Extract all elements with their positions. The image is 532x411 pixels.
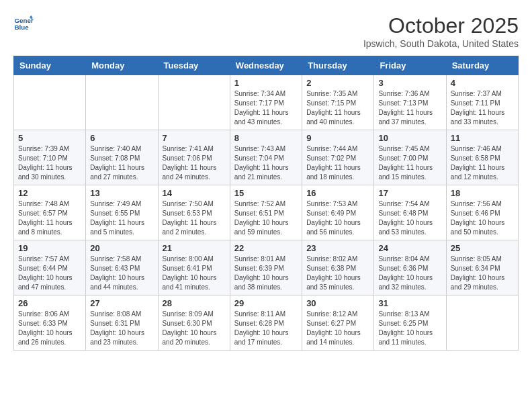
calendar-cell: 31Sunrise: 8:13 AM Sunset: 6:25 PM Dayli… bbox=[374, 295, 446, 351]
day-number: 20 bbox=[90, 243, 153, 253]
calendar-cell: 25Sunrise: 8:05 AM Sunset: 6:34 PM Dayli… bbox=[446, 240, 518, 295]
week-row-0: 1Sunrise: 7:34 AM Sunset: 7:17 PM Daylig… bbox=[14, 75, 519, 130]
logo-icon: General Blue bbox=[13, 13, 34, 34]
calendar-cell: 15Sunrise: 7:52 AM Sunset: 6:51 PM Dayli… bbox=[230, 185, 302, 240]
weekday-header-wednesday: Wednesday bbox=[230, 56, 302, 75]
day-number: 27 bbox=[90, 298, 153, 308]
day-number: 2 bbox=[306, 78, 369, 88]
day-info: Sunrise: 8:12 AM Sunset: 6:27 PM Dayligh… bbox=[306, 310, 369, 347]
calendar-cell: 11Sunrise: 7:46 AM Sunset: 6:58 PM Dayli… bbox=[446, 130, 518, 185]
week-row-2: 12Sunrise: 7:48 AM Sunset: 6:57 PM Dayli… bbox=[14, 185, 519, 240]
calendar-cell: 21Sunrise: 8:00 AM Sunset: 6:41 PM Dayli… bbox=[158, 240, 230, 295]
day-info: Sunrise: 7:35 AM Sunset: 7:15 PM Dayligh… bbox=[306, 89, 369, 127]
calendar-cell: 13Sunrise: 7:49 AM Sunset: 6:55 PM Dayli… bbox=[86, 185, 158, 240]
day-number: 6 bbox=[90, 133, 153, 143]
svg-text:Blue: Blue bbox=[15, 24, 30, 31]
day-info: Sunrise: 8:11 AM Sunset: 6:28 PM Dayligh… bbox=[234, 310, 298, 347]
week-row-3: 19Sunrise: 7:57 AM Sunset: 6:44 PM Dayli… bbox=[14, 240, 519, 295]
weekday-header-row: SundayMondayTuesdayWednesdayThursdayFrid… bbox=[14, 56, 519, 75]
calendar-cell: 26Sunrise: 8:06 AM Sunset: 6:33 PM Dayli… bbox=[14, 295, 86, 351]
week-row-4: 26Sunrise: 8:06 AM Sunset: 6:33 PM Dayli… bbox=[14, 295, 519, 351]
day-number: 10 bbox=[378, 133, 441, 143]
day-number: 22 bbox=[234, 243, 298, 253]
day-number: 29 bbox=[234, 298, 298, 308]
weekday-header-monday: Monday bbox=[86, 56, 158, 75]
calendar-cell: 20Sunrise: 7:58 AM Sunset: 6:43 PM Dayli… bbox=[86, 240, 158, 295]
day-info: Sunrise: 8:02 AM Sunset: 6:38 PM Dayligh… bbox=[306, 255, 369, 292]
calendar-cell: 1Sunrise: 7:34 AM Sunset: 7:17 PM Daylig… bbox=[230, 75, 302, 130]
weekday-header-tuesday: Tuesday bbox=[158, 56, 230, 75]
calendar-cell: 3Sunrise: 7:36 AM Sunset: 7:13 PM Daylig… bbox=[374, 75, 446, 130]
day-info: Sunrise: 7:49 AM Sunset: 6:55 PM Dayligh… bbox=[90, 199, 153, 237]
day-number: 13 bbox=[90, 188, 153, 198]
day-number: 30 bbox=[306, 298, 369, 308]
calendar-cell: 17Sunrise: 7:54 AM Sunset: 6:48 PM Dayli… bbox=[374, 185, 446, 240]
day-number: 12 bbox=[18, 188, 81, 198]
calendar-cell: 16Sunrise: 7:53 AM Sunset: 6:49 PM Dayli… bbox=[302, 185, 374, 240]
day-number: 31 bbox=[378, 298, 441, 308]
calendar-cell: 10Sunrise: 7:45 AM Sunset: 7:00 PM Dayli… bbox=[374, 130, 446, 185]
calendar-cell: 14Sunrise: 7:50 AM Sunset: 6:53 PM Dayli… bbox=[158, 185, 230, 240]
day-number: 5 bbox=[18, 133, 81, 143]
calendar-cell: 9Sunrise: 7:44 AM Sunset: 7:02 PM Daylig… bbox=[302, 130, 374, 185]
day-info: Sunrise: 7:58 AM Sunset: 6:43 PM Dayligh… bbox=[90, 255, 153, 292]
day-number: 19 bbox=[18, 243, 81, 253]
weekday-header-saturday: Saturday bbox=[446, 56, 518, 75]
day-info: Sunrise: 8:01 AM Sunset: 6:39 PM Dayligh… bbox=[234, 255, 298, 292]
day-info: Sunrise: 7:44 AM Sunset: 7:02 PM Dayligh… bbox=[306, 144, 369, 182]
calendar-cell: 28Sunrise: 8:09 AM Sunset: 6:30 PM Dayli… bbox=[158, 295, 230, 351]
day-info: Sunrise: 7:50 AM Sunset: 6:53 PM Dayligh… bbox=[163, 199, 226, 237]
calendar: SundayMondayTuesdayWednesdayThursdayFrid… bbox=[13, 56, 519, 351]
day-number: 17 bbox=[378, 188, 441, 198]
day-number: 9 bbox=[306, 133, 369, 143]
day-info: Sunrise: 8:05 AM Sunset: 6:34 PM Dayligh… bbox=[451, 255, 514, 292]
day-number: 18 bbox=[451, 188, 514, 198]
day-number: 25 bbox=[451, 243, 514, 253]
day-info: Sunrise: 7:48 AM Sunset: 6:57 PM Dayligh… bbox=[18, 199, 81, 237]
calendar-cell: 19Sunrise: 7:57 AM Sunset: 6:44 PM Dayli… bbox=[14, 240, 86, 295]
calendar-cell: 7Sunrise: 7:41 AM Sunset: 7:06 PM Daylig… bbox=[158, 130, 230, 185]
day-number: 23 bbox=[306, 243, 369, 253]
calendar-cell: 5Sunrise: 7:39 AM Sunset: 7:10 PM Daylig… bbox=[14, 130, 86, 185]
day-number: 7 bbox=[163, 133, 226, 143]
day-number: 14 bbox=[163, 188, 226, 198]
day-info: Sunrise: 7:36 AM Sunset: 7:13 PM Dayligh… bbox=[378, 89, 441, 127]
location-title: Ipswich, South Dakota, United States bbox=[363, 38, 519, 49]
day-info: Sunrise: 7:43 AM Sunset: 7:04 PM Dayligh… bbox=[234, 144, 298, 182]
calendar-cell: 2Sunrise: 7:35 AM Sunset: 7:15 PM Daylig… bbox=[302, 75, 374, 130]
calendar-cell: 12Sunrise: 7:48 AM Sunset: 6:57 PM Dayli… bbox=[14, 185, 86, 240]
header: General Blue October 2025 Ipswich, South… bbox=[13, 13, 519, 49]
day-info: Sunrise: 8:00 AM Sunset: 6:41 PM Dayligh… bbox=[163, 255, 226, 292]
day-info: Sunrise: 8:09 AM Sunset: 6:30 PM Dayligh… bbox=[163, 310, 226, 347]
day-info: Sunrise: 7:56 AM Sunset: 6:46 PM Dayligh… bbox=[451, 199, 514, 237]
day-info: Sunrise: 7:52 AM Sunset: 6:51 PM Dayligh… bbox=[234, 199, 298, 237]
day-number: 8 bbox=[234, 133, 298, 143]
day-info: Sunrise: 8:08 AM Sunset: 6:31 PM Dayligh… bbox=[90, 310, 153, 347]
day-number: 3 bbox=[378, 78, 441, 88]
weekday-header-sunday: Sunday bbox=[14, 56, 86, 75]
day-info: Sunrise: 7:37 AM Sunset: 7:11 PM Dayligh… bbox=[451, 89, 514, 127]
day-number: 1 bbox=[234, 78, 298, 88]
calendar-cell: 8Sunrise: 7:43 AM Sunset: 7:04 PM Daylig… bbox=[230, 130, 302, 185]
calendar-cell bbox=[86, 75, 158, 130]
day-info: Sunrise: 8:13 AM Sunset: 6:25 PM Dayligh… bbox=[378, 310, 441, 347]
day-number: 21 bbox=[163, 243, 226, 253]
calendar-cell bbox=[14, 75, 86, 130]
day-info: Sunrise: 7:45 AM Sunset: 7:00 PM Dayligh… bbox=[378, 144, 441, 182]
logo: General Blue bbox=[13, 13, 34, 34]
day-number: 4 bbox=[451, 78, 514, 88]
day-info: Sunrise: 7:53 AM Sunset: 6:49 PM Dayligh… bbox=[306, 199, 369, 237]
weekday-header-friday: Friday bbox=[374, 56, 446, 75]
calendar-cell: 29Sunrise: 8:11 AM Sunset: 6:28 PM Dayli… bbox=[230, 295, 302, 351]
day-number: 26 bbox=[18, 298, 81, 308]
calendar-cell: 23Sunrise: 8:02 AM Sunset: 6:38 PM Dayli… bbox=[302, 240, 374, 295]
calendar-cell: 22Sunrise: 8:01 AM Sunset: 6:39 PM Dayli… bbox=[230, 240, 302, 295]
day-info: Sunrise: 7:54 AM Sunset: 6:48 PM Dayligh… bbox=[378, 199, 441, 237]
day-info: Sunrise: 7:40 AM Sunset: 7:08 PM Dayligh… bbox=[90, 144, 153, 182]
day-number: 15 bbox=[234, 188, 298, 198]
calendar-cell: 6Sunrise: 7:40 AM Sunset: 7:08 PM Daylig… bbox=[86, 130, 158, 185]
title-area: October 2025 Ipswich, South Dakota, Unit… bbox=[363, 13, 519, 49]
week-row-1: 5Sunrise: 7:39 AM Sunset: 7:10 PM Daylig… bbox=[14, 130, 519, 185]
day-number: 28 bbox=[163, 298, 226, 308]
calendar-cell: 30Sunrise: 8:12 AM Sunset: 6:27 PM Dayli… bbox=[302, 295, 374, 351]
